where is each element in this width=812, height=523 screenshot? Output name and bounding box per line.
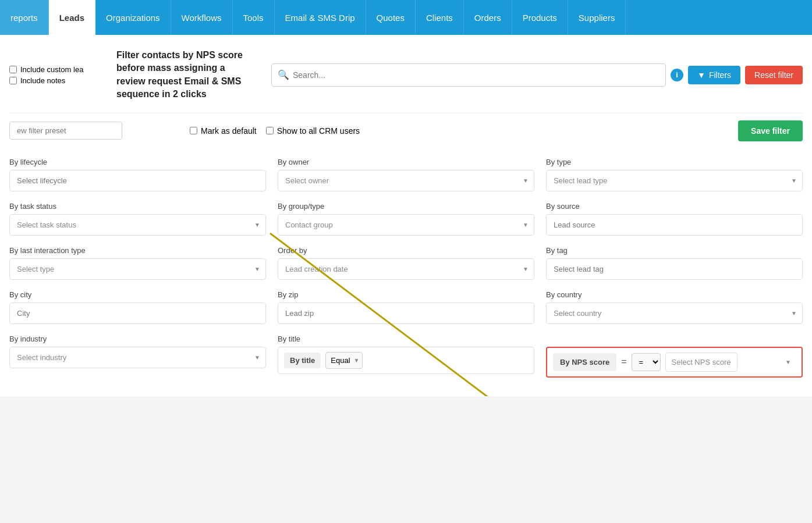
- type-label: By type: [546, 158, 803, 166]
- owner-label: By owner: [278, 158, 534, 166]
- title-label: By title: [278, 335, 534, 343]
- nps-score-select[interactable]: Select NPS score: [665, 353, 737, 372]
- group-type-wrap: Contact group: [278, 214, 534, 236]
- show-all-label: Show to all CRM users: [277, 126, 360, 136]
- zip-label: By zip: [278, 290, 534, 299]
- filter-grid: By lifecycle By task status Select task …: [9, 158, 803, 388]
- source-input[interactable]: [546, 214, 803, 236]
- info-icon[interactable]: i: [671, 69, 683, 81]
- filter-order-by: Order by Lead creation date: [278, 246, 534, 280]
- filter-owner: By owner Select owner: [278, 158, 534, 191]
- title-row: By title Equal: [278, 347, 534, 374]
- mark-default-label: Mark as default: [201, 126, 257, 136]
- nav-item-products[interactable]: Products: [512, 0, 568, 35]
- type-select[interactable]: Select lead type: [546, 170, 803, 191]
- nav-item-workflows[interactable]: Workflows: [171, 0, 233, 35]
- checkboxes-area: Include custom lea Include notes: [9, 65, 102, 85]
- country-wrap: Select country: [546, 303, 803, 324]
- filter-lifecycle: By lifecycle: [9, 158, 266, 191]
- filter-tag: By tag: [546, 246, 803, 280]
- show-all-checkbox[interactable]: [266, 127, 274, 134]
- filter-nps: NPS By NPS score = = != > < Select NPS s…: [546, 335, 803, 378]
- reset-filter-button[interactable]: Reset filter: [745, 66, 803, 84]
- filter-task-status: By task status Select task status: [9, 202, 266, 236]
- last-interaction-label: By last interaction type: [9, 246, 266, 255]
- industry-wrap: Select industry: [9, 347, 266, 368]
- industry-select[interactable]: Select industry: [9, 347, 266, 368]
- owner-wrap: Select owner: [278, 170, 534, 191]
- country-select[interactable]: Select country: [546, 303, 803, 324]
- filters-button[interactable]: ▼ Filters: [688, 66, 740, 84]
- arrow-container: By lifecycle By task status Select task …: [9, 158, 803, 388]
- filter-source: By source: [546, 202, 803, 236]
- filter-group-type: By group/type Contact group: [278, 202, 534, 236]
- owner-select[interactable]: Select owner: [278, 170, 534, 191]
- nps-equals-sign: =: [621, 357, 626, 367]
- filter-country: By country Select country: [546, 290, 803, 324]
- show-all-check[interactable]: Show to all CRM users: [266, 126, 360, 136]
- industry-label: By industry: [9, 335, 266, 343]
- nav-bar: reports Leads Organizations Workflows To…: [0, 0, 812, 35]
- mark-default-checkbox[interactable]: [190, 127, 197, 134]
- save-filter-button[interactable]: Save filter: [738, 120, 803, 141]
- nps-label-box: By NPS score: [553, 353, 616, 371]
- tooltip-text: Filter contacts by NPS score before mass…: [116, 50, 243, 99]
- tooltip-box: Filter contacts by NPS score before mass…: [108, 43, 260, 107]
- nps-score-row: By NPS score = = != > < Select NPS score: [546, 347, 803, 378]
- last-interaction-wrap: Select type: [9, 258, 266, 280]
- type-wrap: Select lead type: [546, 170, 803, 191]
- nav-item-orders[interactable]: Orders: [464, 0, 512, 35]
- zip-input[interactable]: [278, 303, 534, 324]
- group-type-select[interactable]: Contact group: [278, 214, 534, 236]
- nps-operator-select[interactable]: = != > <: [632, 353, 661, 371]
- nps-score-wrap: Select NPS score: [665, 353, 796, 372]
- search-input-wrap: 🔍: [271, 63, 666, 87]
- nav-item-email-sms[interactable]: Email & SMS Drip: [275, 0, 366, 35]
- filter-preset-row: Mark as default Show to all CRM users Sa…: [9, 113, 803, 148]
- title-equal-select[interactable]: Equal: [325, 352, 363, 369]
- title-label-box: By title: [284, 353, 321, 368]
- search-icon: 🔍: [278, 69, 289, 80]
- order-by-label: Order by: [278, 246, 534, 255]
- mark-default-check[interactable]: Mark as default: [190, 126, 257, 136]
- filter-industry: By industry Select industry: [9, 335, 266, 378]
- title-equal-wrap: Equal: [325, 352, 363, 369]
- include-custom-checkbox[interactable]: Include custom lea: [9, 65, 102, 74]
- filter-preset-checks: Mark as default Show to all CRM users: [190, 126, 360, 136]
- country-label: By country: [546, 290, 803, 299]
- order-by-select[interactable]: Lead creation date: [278, 258, 534, 280]
- tag-input[interactable]: [546, 258, 803, 280]
- lifecycle-input[interactable]: [9, 170, 266, 191]
- group-type-label: By group/type: [278, 202, 534, 211]
- nav-item-quotes[interactable]: Quotes: [366, 0, 416, 35]
- nav-item-leads[interactable]: Leads: [49, 0, 95, 35]
- include-custom-label: Include custom lea: [20, 65, 83, 74]
- filter-preset-input[interactable]: [9, 122, 122, 140]
- search-area: 🔍 i ▼ Filters Reset filter: [271, 63, 803, 87]
- source-label: By source: [546, 202, 803, 211]
- include-notes-checkbox[interactable]: Include notes: [9, 76, 102, 85]
- filters-label: Filters: [709, 70, 731, 80]
- filter-last-interaction: By last interaction type Select type: [9, 246, 266, 280]
- include-notes-label: Include notes: [20, 76, 65, 85]
- order-by-wrap: Lead creation date: [278, 258, 534, 280]
- filter-zip: By zip: [278, 290, 534, 324]
- task-status-label: By task status: [9, 202, 266, 211]
- task-status-select[interactable]: Select task status: [9, 214, 266, 236]
- city-label: By city: [9, 290, 266, 299]
- filter-city: By city: [9, 290, 266, 324]
- nav-item-tools[interactable]: Tools: [233, 0, 275, 35]
- filter-chevron-icon: ▼: [697, 70, 705, 80]
- nav-item-reports[interactable]: reports: [0, 0, 49, 35]
- include-custom-input[interactable]: [9, 66, 17, 73]
- nav-item-organizations[interactable]: Organizations: [95, 0, 171, 35]
- tag-label: By tag: [546, 246, 803, 255]
- search-input[interactable]: [293, 70, 659, 80]
- city-input[interactable]: [9, 303, 266, 324]
- last-interaction-select[interactable]: Select type: [9, 258, 266, 280]
- nav-item-suppliers[interactable]: Suppliers: [568, 0, 626, 35]
- lifecycle-label: By lifecycle: [9, 158, 266, 166]
- filter-type: By type Select lead type: [546, 158, 803, 191]
- nav-item-clients[interactable]: Clients: [416, 0, 464, 35]
- include-notes-input[interactable]: [9, 77, 17, 84]
